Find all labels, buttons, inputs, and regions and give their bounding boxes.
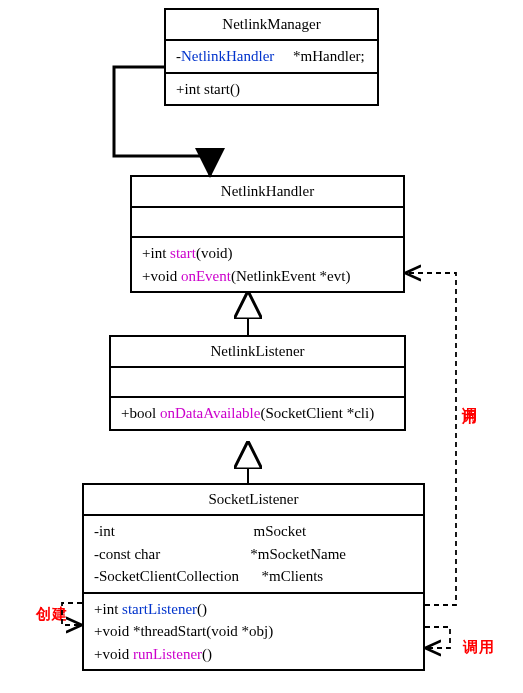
class-attrs: -NetlinkHandler *mHandler; [166,41,377,74]
class-title: NetlinkHandler [132,177,403,208]
attr-row: -const char *mSocketName [94,543,413,566]
class-netlinkmanager: NetlinkManager -NetlinkHandler *mHandler… [164,8,379,106]
op-row: +void onEvent(NetlinkEvent *evt) [142,265,393,288]
attr-row: -SocketClientCollection *mClients [94,565,413,588]
op-row: +int start() [176,78,367,101]
class-netlinklistener: NetlinkListener +bool onDataAvailable(So… [109,335,406,431]
class-ops: +int start(void) +void onEvent(NetlinkEv… [132,238,403,291]
class-title: SocketListener [84,485,423,516]
diagram-canvas: NetlinkManager -NetlinkHandler *mHandler… [0,0,523,693]
label-call-right: 调用 [460,395,479,401]
edge-call-loop-right [425,627,450,648]
class-attrs: -int mSocket -const char *mSocketName -S… [84,516,423,594]
class-ops: +int startListener() +void *threadStart(… [84,594,423,670]
class-title: NetlinkListener [111,337,404,368]
attr-row: -int mSocket [94,520,413,543]
op-row: +void *threadStart(void *obj) [94,620,413,643]
class-netlinkhandler: NetlinkHandler +int start(void) +void on… [130,175,405,293]
attr-row: -NetlinkHandler *mHandler; [176,45,367,68]
class-ops: +int start() [166,74,377,105]
class-attrs [132,208,403,238]
label-create-left: 创建 [36,605,68,624]
op-row: +bool onDataAvailable(SocketClient *cli) [121,402,394,425]
class-socketlistener: SocketListener -int mSocket -const char … [82,483,425,671]
label-call-bottom: 调用 [463,638,495,657]
class-title: NetlinkManager [166,10,377,41]
class-ops: +bool onDataAvailable(SocketClient *cli) [111,398,404,429]
op-row: +int startListener() [94,598,413,621]
op-row: +void runListener() [94,643,413,666]
class-attrs [111,368,404,398]
op-row: +int start(void) [142,242,393,265]
